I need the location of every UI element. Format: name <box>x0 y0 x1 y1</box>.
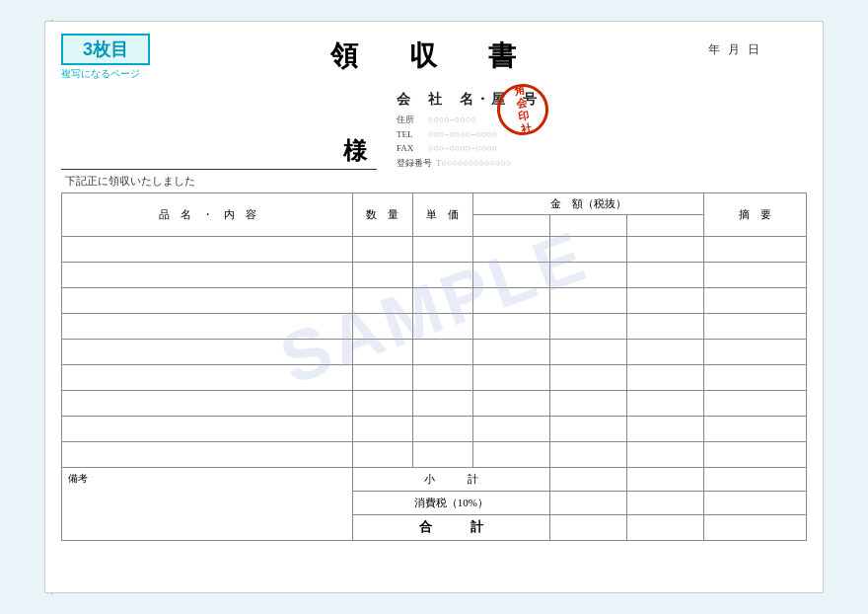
biko-cell: 備考 <box>62 467 353 540</box>
subtotal-val1 <box>549 467 626 491</box>
recipient-row: 様 会 社 名・屋 号 住所 ○○○○−○○○○ TEL ○○○−○○○○−○○… <box>61 89 807 170</box>
date-area: 年 月 日 <box>708 34 807 58</box>
year-label: 年 <box>708 41 720 58</box>
table-header-row: 品 名 ・ 内 容 数 量 単 価 金 額（税抜） 摘 要 <box>62 192 807 214</box>
recipient-suffix: 様 <box>343 138 367 164</box>
th-amount-sub1 <box>472 214 549 236</box>
subtotal-label-cell: 小 計 <box>353 467 550 491</box>
total-label-cell: 合 計 <box>353 514 550 540</box>
page-wrapper: → 切取りミシン SAMPLE 3枚目 複写になるページ 領 収 書 年 月 日… <box>0 0 868 614</box>
subtotal-note <box>703 467 806 491</box>
badge-subtitle: 複写になるページ <box>61 67 150 81</box>
tel-label: TEL <box>397 127 424 141</box>
table-row <box>62 416 807 441</box>
reg-value: T○○○○○○○○○○○○○ <box>436 156 511 170</box>
receipt-document: SAMPLE 3枚目 複写になるページ 領 収 書 年 月 日 様 会 社 名・… <box>44 21 824 593</box>
main-table: 品 名 ・ 内 容 数 量 単 価 金 額（税抜） 摘 要 <box>61 192 807 541</box>
biko-row: 備考 小 計 <box>62 467 807 491</box>
badge-area: 3枚目 複写になるページ <box>61 34 150 81</box>
page-badge: 3枚目 <box>61 34 150 65</box>
tel-value: ○○○−○○○○−○○○○ <box>428 127 497 141</box>
fax-value: ○○○−○○○○−○○○○ <box>428 141 497 155</box>
stamp-line4: 社 <box>520 121 533 136</box>
total-val2 <box>626 514 703 540</box>
company-info: 会 社 名・屋 号 住所 ○○○○−○○○○ TEL ○○○−○○○○−○○○○… <box>397 89 539 170</box>
table-row <box>62 364 807 390</box>
recipient-name: 様 <box>61 135 377 170</box>
subtotal-val2 <box>626 467 703 491</box>
th-amount-sub2 <box>549 214 626 236</box>
total-note <box>703 514 806 540</box>
table-row <box>62 390 807 416</box>
th-price: 単 価 <box>412 192 472 236</box>
table-row <box>62 313 807 339</box>
reg-label: 登録番号 <box>397 156 432 170</box>
total-val1 <box>549 514 626 540</box>
fax-line: FAX ○○○−○○○○−○○○○ <box>397 141 539 155</box>
tax-val2 <box>626 491 703 514</box>
table-row <box>62 441 807 467</box>
address-value: ○○○○−○○○○ <box>428 113 476 126</box>
th-note: 摘 要 <box>703 192 806 236</box>
fax-label: FAX <box>397 141 424 155</box>
tax-val1 <box>549 491 626 514</box>
th-amount: 金 額（税抜） <box>472 192 703 214</box>
table-row <box>62 262 807 287</box>
th-amount-sub3 <box>626 214 703 236</box>
table-row <box>62 287 807 313</box>
day-label: 日 <box>748 41 760 58</box>
address-label: 住所 <box>397 113 424 126</box>
receipt-note: 下記正に領収いたしました <box>61 174 807 189</box>
th-item: 品 名 ・ 内 容 <box>62 192 353 236</box>
document-title: 領 収 書 <box>150 34 708 75</box>
th-qty: 数 量 <box>353 192 413 236</box>
tax-label-cell: 消費税（10%） <box>353 491 550 514</box>
document-header: 3枚目 複写になるページ 領 収 書 年 月 日 <box>61 34 807 81</box>
month-label: 月 <box>728 41 740 58</box>
table-row <box>62 339 807 364</box>
table-row <box>62 236 807 262</box>
reg-line: 登録番号 T○○○○○○○○○○○○○ <box>397 156 539 170</box>
tax-note <box>703 491 806 514</box>
